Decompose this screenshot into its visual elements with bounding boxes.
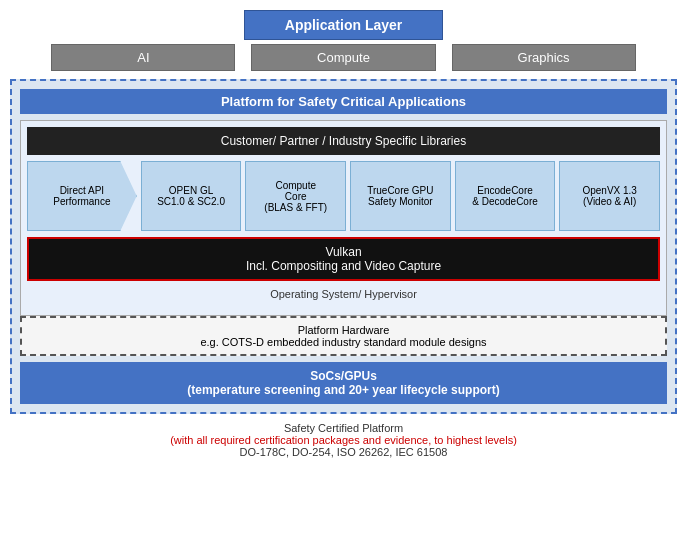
- os-bar: Operating System/ Hypervisor: [27, 285, 660, 303]
- app-layer-title: Application Layer: [244, 10, 443, 40]
- safety-line2: (with all required certification package…: [170, 434, 517, 446]
- socs-bar: SoCs/GPUs (temperature screening and 20+…: [20, 362, 667, 404]
- vulkan-line1: Vulkan: [35, 245, 652, 259]
- component-opengl: OPEN GLSC1.0 & SC2.0: [141, 161, 242, 231]
- safety-footer: Safety Certified Platform (with all requ…: [170, 422, 517, 458]
- socs-line2: (temperature screening and 20+ year life…: [27, 383, 660, 397]
- app-layer-compute: Compute: [251, 44, 435, 71]
- platform-hw-line1: Platform Hardware: [28, 324, 659, 336]
- component-compute-core: ComputeCore(BLAS & FFT): [245, 161, 346, 231]
- safety-line3: DO-178C, DO-254, ISO 26262, IEC 61508: [170, 446, 517, 458]
- vulkan-bar: Vulkan Incl. Compositing and Video Captu…: [27, 237, 660, 281]
- component-truecore: TrueCore GPUSafety Monitor: [350, 161, 451, 231]
- component-openvx: OpenVX 1.3(Video & AI): [559, 161, 660, 231]
- components-row: Direct APIPerformance OPEN GLSC1.0 & SC2…: [27, 161, 660, 231]
- app-layer-items: AI Compute Graphics: [43, 44, 643, 71]
- app-layer-graphics: Graphics: [452, 44, 636, 71]
- component-encodedecode-label: EncodeCore& DecodeCore: [472, 185, 538, 207]
- customer-bar: Customer/ Partner / Industry Specific Li…: [27, 127, 660, 155]
- component-opengl-label: OPEN GLSC1.0 & SC2.0: [157, 185, 225, 207]
- component-direct-api: Direct APIPerformance: [27, 161, 137, 231]
- socs-line1: SoCs/GPUs: [27, 369, 660, 383]
- app-layer-ai: AI: [51, 44, 235, 71]
- platform-hw-line2: e.g. COTS-D embedded industry standard m…: [28, 336, 659, 348]
- app-layer-section: Application Layer AI Compute Graphics: [10, 10, 677, 75]
- component-openvx-label: OpenVX 1.3(Video & AI): [582, 185, 636, 207]
- platform-title: Platform for Safety Critical Application…: [20, 89, 667, 114]
- component-direct-api-label: Direct APIPerformance: [53, 185, 110, 207]
- component-truecore-label: TrueCore GPUSafety Monitor: [367, 185, 433, 207]
- main-platform: Platform for Safety Critical Application…: [10, 79, 677, 414]
- safety-line1: Safety Certified Platform: [170, 422, 517, 434]
- inner-content: Customer/ Partner / Industry Specific Li…: [20, 120, 667, 316]
- vulkan-line2: Incl. Compositing and Video Capture: [35, 259, 652, 273]
- component-compute-core-label: ComputeCore(BLAS & FFT): [264, 180, 327, 213]
- component-encodedecode: EncodeCore& DecodeCore: [455, 161, 556, 231]
- platform-hardware: Platform Hardware e.g. COTS-D embedded i…: [20, 316, 667, 356]
